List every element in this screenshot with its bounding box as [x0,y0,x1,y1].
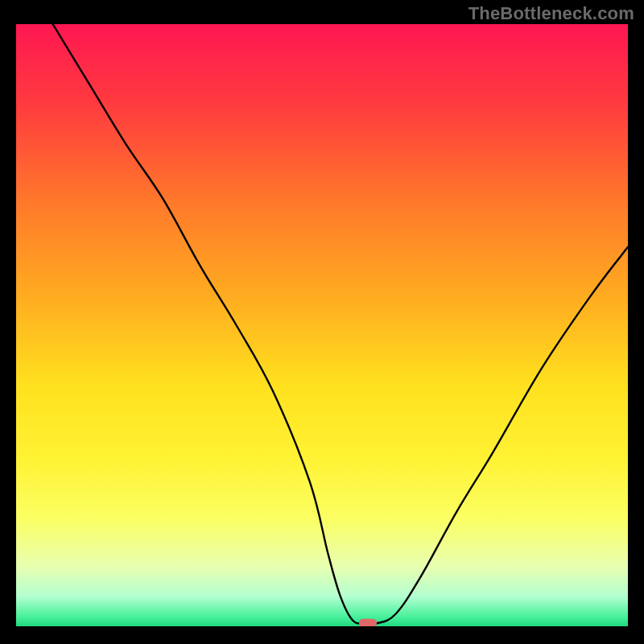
plot-area [16,24,628,626]
attribution-label: TheBottleneck.com [469,3,634,24]
chart-frame: TheBottleneck.com [0,0,644,644]
bottleneck-chart [16,24,628,626]
optimum-marker [359,619,377,626]
